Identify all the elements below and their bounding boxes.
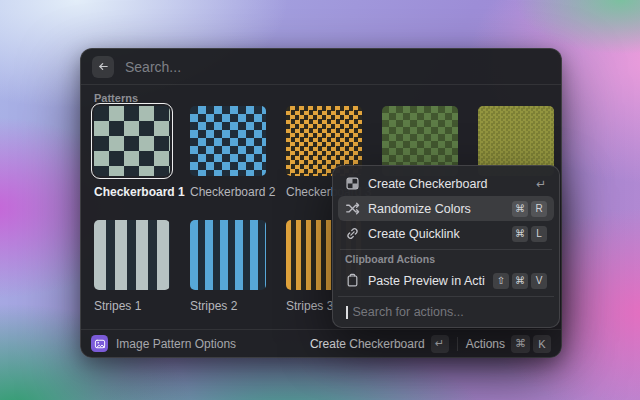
menu-item-shortcut: ↵ [536,177,547,191]
footer-actions-group: Create Checkerboard ↵ Actions ⌘K [310,335,551,353]
keycap: L [531,226,547,242]
pattern-preview [190,220,266,290]
menu-item-shortcut: ⇧⌘V [493,273,547,289]
menu-item-label: Randomize Colors [368,202,471,216]
menu-item-create-quicklink[interactable]: Create Quicklink⌘L [338,221,554,246]
keycap-return: ↵ [431,335,449,353]
pattern-item-stripes-2[interactable]: Stripes 2 [187,217,269,313]
shuffle-icon [345,201,360,216]
text-caret [346,306,348,319]
menu-divider [340,249,552,250]
menu-item-shortcut: ⌘L [512,226,547,242]
menu-item-label: Create Quicklink [368,227,460,241]
pattern-label: Stripes 2 [187,299,269,313]
keycap: ⌘ [512,273,528,289]
patterns-row-2: Stripes 1Stripes 2Stripes 3 [91,217,365,313]
pattern-preview [94,106,170,176]
pattern-thumbnail[interactable] [187,103,269,179]
actions-label: Actions [466,337,505,351]
keycap: ↵ [536,177,546,191]
primary-action-label: Create Checkerboard [310,337,425,351]
pattern-preview [190,106,266,176]
keycap: K [533,335,551,353]
menu-section-clipboard-actions: Clipboard Actions [345,253,547,265]
pattern-item-checkerboard-2[interactable]: Checkerboard 2 [187,103,269,199]
window-header: Search... [81,49,561,85]
menu-item-paste-preview-in-active-app[interactable]: Paste Preview in Active App⇧⌘V [338,268,554,293]
menu-item-label: Create Checkerboard [368,177,488,191]
back-button[interactable] [92,56,114,78]
actions-search-input[interactable]: Search for actions... [338,296,554,327]
keycap: ⌘ [512,226,528,242]
menu-item-create-checkerboard[interactable]: Create Checkerboard↵ [338,171,554,196]
arrow-left-icon [97,60,110,73]
pattern-label: Checkerboard 1 [91,185,173,199]
primary-action-button[interactable]: Create Checkerboard ↵ [310,335,449,353]
actions-button[interactable]: Actions ⌘K [466,335,551,353]
clipboard-icon [345,273,360,288]
search-input[interactable]: Search... [125,59,181,75]
checkerboard-icon [345,176,360,191]
pattern-label: Checkerboard 2 [187,185,269,199]
actions-menu: Create Checkerboard↵Randomize Colors⌘RCr… [332,165,560,328]
keycap: ⇧ [493,273,509,289]
pattern-thumbnail[interactable] [91,103,173,179]
pattern-item-stripes-1[interactable]: Stripes 1 [91,217,173,313]
pattern-thumbnail[interactable] [187,217,269,293]
footer-bar: Image Pattern Options Create Checkerboar… [81,329,561,357]
menu-item-shortcut: ⌘R [512,201,547,217]
footer-app-label: Image Pattern Options [116,337,236,351]
pattern-preview [94,220,170,290]
pattern-label: Stripes 1 [91,299,173,313]
actions-menu-items: Create Checkerboard↵Randomize Colors⌘RCr… [338,171,554,293]
menu-item-randomize-colors[interactable]: Randomize Colors⌘R [338,196,554,221]
keycap: V [531,273,547,289]
menu-item-label: Paste Preview in Active App [368,274,485,288]
footer-divider [457,337,458,351]
image-pattern-app-icon [91,335,108,352]
actions-keycaps: ⌘K [511,335,551,353]
keycap: ⌘ [512,201,528,217]
pattern-thumbnail[interactable] [91,217,173,293]
link-icon [345,226,360,241]
pattern-item-checkerboard-1[interactable]: Checkerboard 1 [91,103,173,199]
keycap: ⌘ [511,335,530,353]
keycap: R [531,201,547,217]
actions-search-placeholder: Search for actions... [353,305,464,319]
image-icon [94,338,106,350]
desktop-background: Search... Patterns Checkerboard 1Checker… [0,0,640,400]
